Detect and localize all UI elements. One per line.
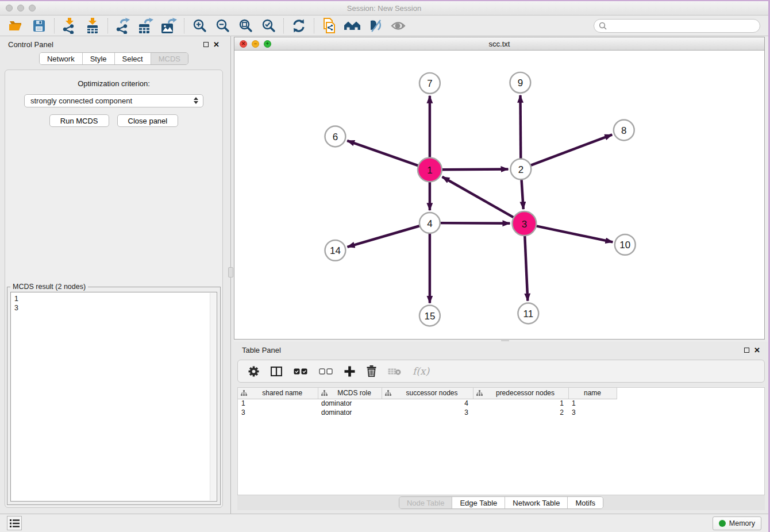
graph-node-3[interactable]: 3 — [512, 211, 536, 236]
export-table-icon — [138, 18, 153, 34]
svg-text:8: 8 — [621, 125, 626, 136]
open-session-button[interactable] — [5, 17, 28, 35]
float-panel-icon[interactable] — [203, 42, 209, 47]
mcds-result-item[interactable]: 3 — [14, 303, 217, 313]
close-table-panel-icon[interactable]: ✕ — [754, 346, 760, 354]
mcds-result-item[interactable]: 1 — [14, 294, 217, 303]
cell-predecessor-nodes[interactable]: 1 — [473, 399, 568, 408]
toolbar-separator — [184, 18, 184, 33]
table-row[interactable]: 3 dominator 3 2 3 — [238, 408, 764, 417]
cell-name[interactable]: 1 — [568, 399, 617, 408]
tab-motifs[interactable]: Motifs — [568, 497, 603, 508]
graph-edge-1-6[interactable] — [347, 141, 419, 166]
zoom-out-button[interactable] — [211, 17, 234, 35]
mcds-result-list[interactable]: 1 3 — [10, 292, 217, 502]
search-field[interactable] — [594, 19, 760, 33]
close-panel-button[interactable]: Close panel — [117, 114, 179, 127]
column-header-successor-nodes[interactable]: successor nodes — [382, 388, 473, 399]
list-panel-button[interactable] — [7, 516, 22, 530]
graph-node-11[interactable]: 11 — [518, 303, 538, 324]
select-all-button[interactable] — [294, 368, 307, 375]
import-network-button[interactable] — [58, 17, 81, 35]
splitter-handle[interactable] — [228, 267, 233, 277]
cell-mcds-role[interactable]: dominator — [318, 408, 382, 417]
column-header-shared-name[interactable]: shared name — [238, 388, 318, 399]
network-graph[interactable]: 1234678910111415 — [234, 51, 764, 339]
first-neighbors-button[interactable] — [341, 17, 364, 35]
graph-edge-2-9[interactable] — [520, 95, 521, 160]
run-mcds-button[interactable]: Run MCDS — [49, 114, 109, 127]
refresh-layout-icon — [292, 19, 306, 33]
graph-node-9[interactable]: 9 — [510, 72, 530, 93]
save-session-button[interactable] — [28, 17, 51, 35]
cell-mcds-role[interactable]: dominator — [318, 399, 382, 408]
cell-name[interactable]: 3 — [568, 408, 617, 417]
graph-node-14[interactable]: 14 — [325, 240, 345, 261]
tab-select[interactable]: Select — [115, 53, 151, 64]
graph-edge-2-8[interactable] — [529, 134, 612, 165]
network-canvas[interactable]: 1234678910111415 — [234, 51, 764, 339]
mcds-panel: Optimization criterion: strongly connect… — [5, 70, 223, 508]
graph-node-10[interactable]: 10 — [615, 234, 636, 255]
function-builder-button[interactable]: f(x) — [413, 365, 429, 377]
graph-node-4[interactable]: 4 — [419, 213, 440, 233]
table-row[interactable]: 1 dominator 4 1 1 — [238, 399, 764, 408]
clone-network-button[interactable] — [318, 17, 341, 35]
cell-shared-name[interactable]: 3 — [238, 408, 318, 417]
graphics-details-button[interactable] — [387, 17, 410, 35]
graph-edge-3-11[interactable] — [525, 234, 528, 301]
apply-layout-button[interactable] — [287, 17, 310, 35]
column-header-predecessor-nodes[interactable]: predecessor nodes — [473, 388, 568, 399]
graph-node-2[interactable]: 2 — [510, 159, 531, 179]
float-table-panel-icon[interactable] — [744, 348, 749, 353]
zoom-fit-button[interactable] — [234, 17, 257, 35]
import-table-button[interactable] — [81, 17, 104, 35]
graph-node-6[interactable]: 6 — [325, 126, 345, 147]
graph-edge-3-1[interactable] — [442, 177, 515, 218]
zoom-selected-button[interactable] — [257, 17, 280, 35]
graph-node-8[interactable]: 8 — [614, 120, 634, 141]
criterion-select[interactable]: strongly connected component — [24, 94, 203, 107]
tab-style[interactable]: Style — [83, 53, 115, 64]
deselect-all-button[interactable] — [319, 368, 333, 375]
export-image-button[interactable] — [157, 17, 180, 35]
cell-shared-name[interactable]: 1 — [238, 399, 318, 408]
add-column-button[interactable] — [344, 366, 355, 377]
tab-mcds[interactable]: MCDS — [151, 53, 188, 64]
export-table-button[interactable] — [134, 17, 157, 35]
table-settings-button[interactable] — [248, 366, 259, 377]
cell-successor-nodes[interactable]: 3 — [382, 408, 473, 417]
cell-predecessor-nodes[interactable]: 2 — [473, 408, 568, 417]
graph-node-15[interactable]: 15 — [419, 306, 440, 326]
export-network-button[interactable] — [111, 17, 134, 35]
memory-button[interactable]: Memory — [713, 516, 761, 530]
horizontal-splitter[interactable] — [234, 340, 768, 342]
zoom-in-button[interactable] — [188, 17, 211, 35]
column-header-mcds-role[interactable]: MCDS role — [318, 388, 382, 399]
column-header-name[interactable]: name — [568, 388, 617, 399]
tab-network[interactable]: Network — [40, 53, 83, 64]
tab-edge-table[interactable]: Edge Table — [452, 497, 505, 508]
svg-text:10: 10 — [619, 240, 630, 250]
panel-splitter[interactable] — [228, 36, 234, 514]
hide-annotations-button[interactable] — [364, 17, 387, 35]
tab-node-table[interactable]: Node Table — [399, 497, 453, 508]
tab-network-table[interactable]: Network Table — [505, 497, 568, 508]
graph-node-1[interactable]: 1 — [418, 157, 442, 182]
close-panel-icon[interactable]: ✕ — [213, 41, 220, 48]
graph-edge-1-2[interactable] — [441, 169, 509, 169]
optimization-criterion-label: Optimization criterion: — [78, 79, 150, 88]
search-input[interactable] — [607, 22, 755, 30]
delete-column-button[interactable] — [367, 365, 376, 377]
result-scrollbar[interactable] — [210, 293, 216, 500]
cell-successor-nodes[interactable]: 4 — [382, 399, 473, 408]
mcds-result-title: MCDS result (2 nodes) — [10, 283, 88, 291]
graph-node-7[interactable]: 7 — [419, 73, 440, 94]
svg-text:4: 4 — [427, 218, 432, 229]
graph-edge-4-14[interactable] — [347, 226, 421, 247]
graph-edge-3-10[interactable] — [535, 226, 613, 242]
delete-table-button[interactable] — [388, 368, 401, 375]
column-browser-button[interactable] — [271, 367, 282, 376]
graph-edge-4-3[interactable] — [439, 223, 510, 223]
graph-edge-2-3[interactable] — [521, 178, 523, 209]
